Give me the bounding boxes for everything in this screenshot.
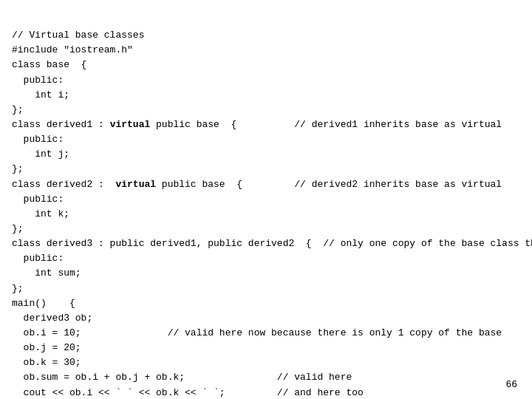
line-4: public:	[12, 75, 64, 86]
line-11: class derived2 : virtual public base { /…	[12, 179, 502, 190]
page: // Virtual base classes #include "iostre…	[0, 0, 532, 399]
page-number: 66	[505, 379, 517, 390]
line-19: main() {	[12, 298, 75, 309]
line-2: #include "iostream.h"	[12, 44, 133, 55]
line-3: class base {	[12, 59, 86, 70]
line-20: derived3 ob;	[12, 313, 92, 324]
line-25: cout << ob.i << ` ` << ob.k << ` `; // a…	[12, 387, 364, 398]
code-block: // Virtual base classes #include "iostre…	[12, 13, 520, 399]
line-22: ob.j = 20;	[12, 342, 81, 353]
line-15: class derived3 : public derived1, public…	[12, 238, 532, 249]
line-16: public:	[12, 253, 64, 264]
line-23: ob.k = 30;	[12, 357, 81, 368]
line-5: int i;	[12, 89, 69, 100]
line-6: };	[12, 104, 24, 115]
line-7: class derived1 : virtual public base { /…	[12, 119, 502, 130]
line-10: };	[12, 163, 24, 174]
line-1: // Virtual base classes	[12, 30, 144, 41]
line-21: ob.i = 10; // valid here now because the…	[12, 327, 502, 338]
line-17: int sum;	[12, 267, 81, 279]
line-13: int k;	[12, 208, 69, 219]
line-14: };	[12, 223, 24, 234]
line-12: public:	[12, 194, 64, 205]
line-9: int j;	[12, 149, 69, 160]
line-24: ob.sum = ob.i + ob.j + ob.k; // valid he…	[12, 372, 352, 383]
line-8: public:	[12, 134, 64, 145]
line-18: };	[12, 283, 24, 294]
